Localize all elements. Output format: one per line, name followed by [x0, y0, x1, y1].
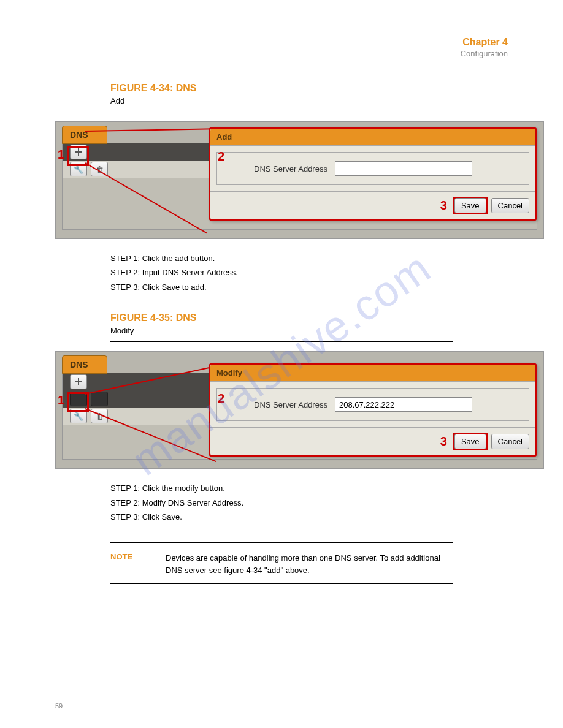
- callout-box-3: Save: [453, 197, 488, 214]
- note-body: Devices are capable of handling more tha…: [166, 552, 453, 576]
- chapter-subtitle: Configuration: [55, 49, 508, 58]
- field-label: DNS Server Address: [254, 400, 327, 409]
- callout-box-1: [67, 392, 89, 412]
- figure-subtitle-2: Modify: [110, 326, 453, 335]
- page-number: 59: [55, 702, 63, 710]
- add-icon[interactable]: [70, 374, 87, 389]
- add-dialog: Add 2 DNS Server Address 3 Save Canc: [209, 127, 537, 221]
- divider: [110, 112, 453, 112]
- cancel-button[interactable]: Cancel: [491, 198, 529, 213]
- figure-add: DNS 🔧 🗑 1 Add: [55, 121, 544, 239]
- dialog-fieldset: DNS Server Address: [216, 388, 529, 421]
- note-title: NOTE: [110, 552, 166, 576]
- save-button[interactable]: Save: [454, 198, 486, 213]
- modify-dialog: Modify 2 DNS Server Address 3 Save C: [209, 363, 537, 457]
- dns-tab[interactable]: DNS: [62, 355, 107, 374]
- cancel-button[interactable]: Cancel: [491, 434, 529, 449]
- callout-1: 1: [58, 393, 64, 408]
- callout-3: 3: [440, 434, 447, 449]
- divider: [110, 583, 453, 584]
- figure-subtitle: Add: [110, 96, 453, 105]
- callout-box-3: Save: [453, 433, 488, 450]
- dialog-title: Modify: [210, 365, 535, 382]
- save-button[interactable]: Save: [454, 434, 486, 449]
- callout-box-1: [67, 146, 89, 166]
- dns-tab[interactable]: DNS: [62, 126, 107, 144]
- figure-heading-2: FIGURE 4-35: DNS: [110, 313, 453, 324]
- callout-3: 3: [440, 199, 447, 213]
- figure-modify: DNS 🔧 🗑 1: [55, 351, 544, 469]
- chapter-title: Chapter 4: [55, 37, 508, 48]
- chapter-header: Chapter 4 Configuration: [55, 37, 508, 58]
- callout-1: 1: [58, 148, 64, 162]
- field-label: DNS Server Address: [254, 164, 327, 173]
- callout-2: 2: [218, 392, 224, 406]
- note-block: NOTE Devices are capable of handling mor…: [110, 552, 453, 576]
- dns-address-input[interactable]: [335, 161, 472, 176]
- trash-icon[interactable]: [91, 392, 108, 406]
- divider: [110, 542, 453, 543]
- dialog-title: Add: [210, 129, 535, 146]
- callout-2: 2: [218, 150, 224, 164]
- dns-address-input[interactable]: [335, 397, 472, 412]
- dialog-fieldset: DNS Server Address: [216, 152, 529, 185]
- steps-text-2: STEP 1: Click the modify button. STEP 2:…: [110, 481, 453, 524]
- divider: [110, 341, 453, 342]
- figure-heading: FIGURE 4-34: DNS: [110, 83, 453, 94]
- steps-text: STEP 1: Click the add button. STEP 2: In…: [110, 251, 453, 294]
